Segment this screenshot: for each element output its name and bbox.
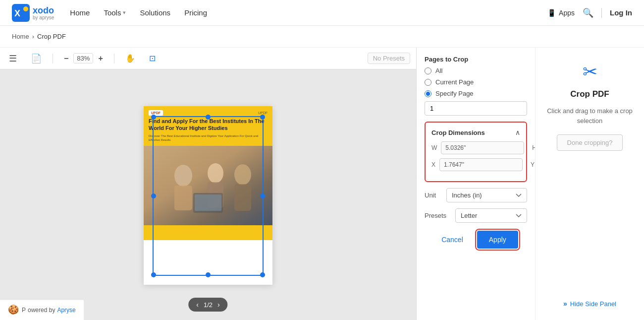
radio-all[interactable] bbox=[425, 67, 431, 74]
nav-solutions[interactable]: Solutions bbox=[140, 8, 170, 17]
breadcrumb-home[interactable]: Home bbox=[12, 33, 29, 40]
presets-row: Presets Letter A4 Legal Custom bbox=[425, 208, 527, 223]
pdf-yellow-bottom bbox=[144, 225, 272, 240]
cookie-bar: 🍪 P owered by Apryse bbox=[0, 300, 84, 320]
presets-label: Presets bbox=[425, 212, 451, 219]
dims-row-wh: W H bbox=[431, 141, 520, 154]
chevron-up-icon[interactable]: ∧ bbox=[515, 128, 520, 136]
breadcrumb: Home › Crop PDF bbox=[0, 26, 644, 48]
nav-tools[interactable]: Tools ▾ bbox=[104, 8, 126, 17]
chevron-down-icon: ▾ bbox=[123, 9, 126, 16]
page-nav: ‹ 1/2 › bbox=[188, 298, 227, 312]
login-button[interactable]: Log In bbox=[610, 8, 632, 17]
crop-handle-br[interactable] bbox=[260, 272, 265, 277]
logo-sub: by apryse bbox=[33, 15, 54, 20]
pages-to-crop-section: Pages to Crop All Current Page Specify P… bbox=[425, 56, 527, 116]
right-panel-desc: Click and drag to make a crop selection bbox=[545, 106, 634, 126]
y-label: Y bbox=[531, 161, 535, 168]
zoom-value[interactable]: 83% bbox=[73, 53, 93, 64]
svg-point-4 bbox=[174, 165, 192, 187]
next-page-button[interactable]: › bbox=[217, 301, 220, 309]
crop-tool-button[interactable]: ⊡ bbox=[146, 52, 159, 65]
cookie-icon: 🍪 bbox=[8, 304, 20, 316]
pdf-headline: Find and Apply For the Best Institutes I… bbox=[149, 118, 268, 132]
cookie-powered-text: owered by bbox=[28, 307, 55, 314]
w-label: W bbox=[431, 144, 437, 151]
apply-button[interactable]: Apply bbox=[477, 231, 518, 249]
right-panel: ✂ Crop PDF Click and drag to make a crop… bbox=[535, 48, 644, 320]
crop-pdf-icon: ✂ bbox=[583, 62, 597, 82]
svg-rect-11 bbox=[195, 194, 221, 211]
crop-handle-bl[interactable] bbox=[151, 272, 156, 277]
unit-label: Unit bbox=[425, 192, 442, 199]
pdf-subtext: Discover The Best Educational Institute … bbox=[149, 134, 268, 142]
main-layout: ☰ 📄 − 83% + ✋ ⊡ No Presets UPDF bbox=[0, 48, 644, 320]
radio-all-text: All bbox=[435, 67, 442, 74]
radio-specify[interactable] bbox=[425, 90, 431, 97]
search-icon[interactable]: 🔍 bbox=[583, 7, 593, 18]
svg-text:X: X bbox=[14, 8, 20, 18]
cookie-apryse-link[interactable]: Apryse bbox=[57, 307, 75, 314]
radio-specify-text: Specify Page bbox=[435, 90, 474, 97]
presets-label: No Presets bbox=[368, 53, 410, 64]
x-label: X bbox=[431, 161, 435, 168]
action-buttons: Cancel Apply bbox=[425, 231, 527, 249]
nav-apps[interactable]: 📱 Apps bbox=[547, 9, 575, 17]
svg-point-8 bbox=[234, 164, 251, 185]
nav-pricing[interactable]: Pricing bbox=[184, 8, 207, 17]
radio-specify-label[interactable]: Specify Page bbox=[425, 90, 527, 97]
logo-text: xodo bbox=[33, 5, 54, 16]
page-indicator: 1/2 bbox=[204, 301, 213, 309]
hand-tool-button[interactable]: ✋ bbox=[122, 52, 138, 65]
pdf-logo-left: UPDF bbox=[149, 110, 163, 116]
done-cropping-button[interactable]: Done cropping? bbox=[557, 134, 623, 151]
nav-tools-label: Tools bbox=[104, 8, 121, 17]
nav-right: 📱 Apps 🔍 Log In bbox=[547, 7, 632, 18]
radio-current-label[interactable]: Current Page bbox=[425, 78, 527, 86]
svg-point-2 bbox=[23, 6, 28, 11]
toolbar-divider-2 bbox=[114, 54, 114, 64]
editor-area: ☰ 📄 − 83% + ✋ ⊡ No Presets UPDF bbox=[0, 48, 416, 320]
pages-to-crop-title: Pages to Crop bbox=[425, 56, 527, 63]
editor-canvas[interactable]: UPDF UPDF Find and Apply For the Best In… bbox=[0, 69, 416, 320]
right-panel-title: Crop PDF bbox=[570, 89, 609, 99]
presets-select[interactable]: Letter A4 Legal Custom bbox=[455, 208, 527, 223]
radio-all-label[interactable]: All bbox=[425, 67, 527, 74]
dims-row-xy: X Y bbox=[431, 158, 520, 171]
pages-radio-group: All Current Page Specify Page bbox=[425, 67, 527, 97]
nav-divider bbox=[601, 8, 602, 18]
svg-rect-9 bbox=[234, 184, 251, 211]
crop-dims-header: Crop Dimensions ∧ bbox=[431, 128, 520, 136]
logo[interactable]: X xodo by apryse bbox=[12, 4, 54, 22]
radio-current-text: Current Page bbox=[435, 78, 474, 86]
file-button[interactable]: 📄 bbox=[28, 51, 45, 66]
pdf-top-section: UPDF UPDF Find and Apply For the Best In… bbox=[144, 106, 272, 146]
pdf-logo-right: UPDF bbox=[258, 111, 268, 115]
crop-dims-title: Crop Dimensions bbox=[431, 129, 485, 136]
zoom-out-button[interactable]: − bbox=[61, 52, 71, 65]
pdf-page: UPDF UPDF Find and Apply For the Best In… bbox=[144, 106, 272, 285]
cancel-button[interactable]: Cancel bbox=[433, 232, 471, 248]
x-input[interactable] bbox=[439, 158, 523, 171]
crop-panel: Pages to Crop All Current Page Specify P… bbox=[416, 48, 535, 320]
hide-side-panel-button[interactable]: » Hide Side Panel bbox=[563, 300, 616, 308]
toolbar-divider bbox=[53, 54, 53, 64]
specify-page-input[interactable] bbox=[425, 101, 527, 116]
svg-rect-5 bbox=[174, 186, 192, 210]
radio-current[interactable] bbox=[425, 79, 431, 86]
crop-handle-bm[interactable] bbox=[206, 272, 211, 277]
navbar: X xodo by apryse Home Tools ▾ Solutions … bbox=[0, 0, 644, 26]
apps-label: Apps bbox=[559, 9, 575, 17]
width-input[interactable] bbox=[441, 141, 524, 154]
nav-links: Home Tools ▾ Solutions Pricing bbox=[70, 8, 532, 17]
zoom-in-button[interactable]: + bbox=[95, 52, 106, 65]
unit-row: Unit Inches (in) Centimeters (cm) Millim… bbox=[425, 188, 527, 202]
sidebar-toggle-button[interactable]: ☰ bbox=[6, 51, 20, 66]
zoom-control: − 83% + bbox=[61, 52, 106, 65]
svg-point-6 bbox=[208, 163, 223, 183]
breadcrumb-current: Crop PDF bbox=[37, 33, 66, 40]
editor-toolbar: ☰ 📄 − 83% + ✋ ⊡ No Presets bbox=[0, 48, 416, 69]
unit-select[interactable]: Inches (in) Centimeters (cm) Millimeters… bbox=[446, 188, 527, 202]
prev-page-button[interactable]: ‹ bbox=[196, 301, 199, 309]
nav-home[interactable]: Home bbox=[70, 8, 90, 17]
